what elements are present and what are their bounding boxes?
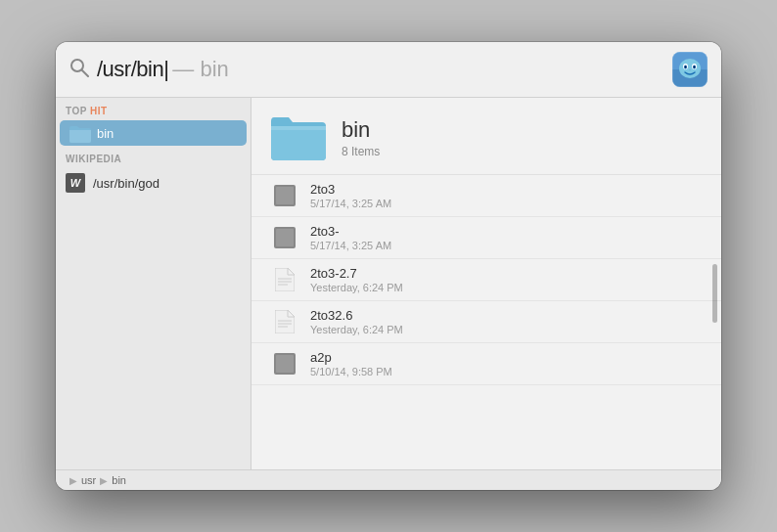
svg-rect-26 bbox=[276, 355, 294, 373]
file-date-2to3: 5/17/14, 3:25 AM bbox=[310, 198, 391, 209]
breadcrumb-sep-1: ▶ bbox=[100, 475, 108, 486]
finder-icon[interactable] bbox=[672, 52, 708, 87]
file-details-2to326: 2to32.6 Yesterday, 6:24 PM bbox=[310, 308, 403, 335]
file-item-a2p[interactable]: a2p 5/10/14, 9:58 PM bbox=[251, 343, 721, 385]
right-panel: bin 8 Items 2to3 5/17/14, 3 bbox=[251, 98, 721, 469]
file-date-2to3-27: Yesterday, 6:24 PM bbox=[310, 282, 403, 293]
search-bar: /usr/bin| — bin bbox=[56, 42, 721, 98]
sidebar-item-bin[interactable]: bin bbox=[60, 120, 247, 146]
folder-items-count: 8 Items bbox=[342, 145, 380, 158]
file-item-2to3[interactable]: 2to3 5/17/14, 3:25 AM bbox=[251, 175, 721, 217]
file-date-2to3-: 5/17/14, 3:25 AM bbox=[310, 240, 391, 251]
content-area: TOP HIT bin WIKIPEDIA W /usr/bin/god bbox=[56, 98, 721, 469]
file-name-2to326: 2to32.6 bbox=[310, 308, 403, 323]
file-item-2to326[interactable]: 2to32.6 Yesterday, 6:24 PM bbox=[251, 301, 721, 343]
file-date-2to326: Yesterday, 6:24 PM bbox=[310, 324, 403, 335]
file-name-2to3-: 2to3- bbox=[310, 224, 391, 239]
scroll-indicator[interactable] bbox=[712, 264, 717, 323]
wikipedia-label: WIKIPEDIA bbox=[56, 146, 251, 168]
svg-point-6 bbox=[679, 59, 701, 78]
spotlight-window: /usr/bin| — bin bbox=[56, 42, 721, 490]
search-subtitle: — bin bbox=[172, 57, 228, 82]
sidebar: TOP HIT bin WIKIPEDIA W /usr/bin/god bbox=[56, 98, 251, 469]
executable-icon-2to3- bbox=[271, 224, 298, 251]
file-item-2to3-[interactable]: 2to3- 5/17/14, 3:25 AM bbox=[251, 217, 721, 259]
document-icon-2to3-27 bbox=[271, 266, 298, 293]
folder-info: bin 8 Items bbox=[342, 117, 380, 158]
file-name-2to3-27: 2to3-2.7 bbox=[310, 266, 403, 281]
svg-line-1 bbox=[82, 70, 88, 76]
svg-point-12 bbox=[685, 66, 687, 67]
file-name-2to3: 2to3 bbox=[310, 182, 391, 197]
file-list: 2to3 5/17/14, 3:25 AM 2to3- 5/17/14, bbox=[251, 175, 721, 469]
file-details-2to3-: 2to3- 5/17/14, 3:25 AM bbox=[310, 224, 391, 251]
breadcrumb-bar: ▶ usr ▶ bin bbox=[56, 469, 721, 490]
document-icon-2to326 bbox=[271, 308, 298, 335]
folder-icon-small bbox=[69, 125, 89, 141]
svg-rect-18 bbox=[276, 229, 294, 246]
breadcrumb-arrow: ▶ bbox=[69, 475, 77, 486]
folder-icon-large bbox=[271, 115, 326, 160]
svg-point-13 bbox=[694, 66, 696, 67]
file-date-a2p: 5/10/14, 9:58 PM bbox=[310, 366, 392, 377]
folder-name: bin bbox=[342, 117, 380, 143]
folder-header: bin 8 Items bbox=[251, 98, 721, 175]
file-details-2to3: 2to3 5/17/14, 3:25 AM bbox=[310, 182, 391, 209]
search-input[interactable]: /usr/bin| — bin bbox=[97, 57, 664, 82]
sidebar-item-bin-label: bin bbox=[97, 126, 114, 141]
file-details-2to3-27: 2to3-2.7 Yesterday, 6:24 PM bbox=[310, 266, 403, 293]
svg-rect-16 bbox=[276, 187, 294, 204]
breadcrumb-usr[interactable]: usr bbox=[81, 474, 96, 486]
wikipedia-icon: W bbox=[66, 173, 85, 193]
sidebar-item-wikipedia[interactable]: W /usr/bin/god bbox=[56, 168, 251, 198]
file-name-a2p: a2p bbox=[310, 350, 392, 365]
file-details-a2p: a2p 5/10/14, 9:58 PM bbox=[310, 350, 392, 377]
svg-point-14 bbox=[689, 69, 691, 71]
top-hit-label: TOP HIT bbox=[56, 98, 251, 120]
executable-icon-a2p bbox=[271, 350, 298, 377]
search-icon bbox=[69, 58, 89, 82]
breadcrumb-bin[interactable]: bin bbox=[112, 474, 126, 486]
executable-icon-2to3 bbox=[271, 182, 298, 209]
sidebar-item-wikipedia-label: /usr/bin/god bbox=[93, 176, 160, 191]
file-item-2to3-27[interactable]: 2to3-2.7 Yesterday, 6:24 PM bbox=[251, 259, 721, 301]
svg-point-0 bbox=[71, 60, 83, 71]
search-query: /usr/bin| bbox=[97, 57, 168, 82]
